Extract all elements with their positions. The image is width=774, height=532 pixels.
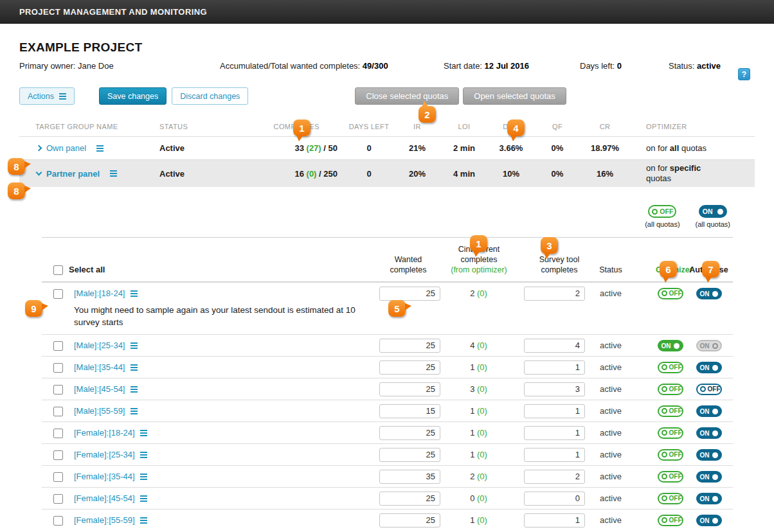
quota-name-link[interactable]: [Male]:[35-44] <box>74 362 125 372</box>
autoclose-toggle[interactable]: OFF <box>696 384 722 395</box>
row-checkbox[interactable] <box>53 289 63 299</box>
row-checkbox[interactable] <box>53 341 63 351</box>
menu-icon[interactable] <box>140 454 147 456</box>
menu-icon[interactable] <box>140 432 147 434</box>
quota-name-link[interactable]: [Male]:[18-24] <box>74 288 125 298</box>
all-quotas-off-toggle[interactable]: OFF <box>648 205 676 218</box>
wanted-completes-input[interactable] <box>379 382 440 396</box>
quota-name-link[interactable]: [Male]:[55-59] <box>74 406 125 416</box>
discard-changes-button[interactable]: Discard changes <box>172 87 248 105</box>
autoclose-toggle[interactable]: ON <box>696 515 722 526</box>
autoclose-toggle[interactable]: ON <box>696 471 722 483</box>
quota-name-link[interactable]: [Female]:[45-54] <box>74 493 135 503</box>
callout-completes-column: 1 <box>293 120 310 136</box>
autoclose-toggle[interactable]: ON <box>696 449 722 461</box>
menu-icon[interactable] <box>130 345 138 346</box>
chevron-right-icon[interactable] <box>36 145 42 152</box>
panel-loi: 2 min <box>440 143 488 153</box>
quota-row: [Male]:[25-34] 4 (0) active ON <box>42 334 733 356</box>
row-checkbox[interactable] <box>53 450 63 460</box>
survey-completes-input[interactable] <box>524 492 585 506</box>
optimizer-toggle[interactable]: OFF <box>658 515 683 526</box>
row-checkbox[interactable] <box>53 494 63 504</box>
survey-completes-input[interactable] <box>524 513 585 528</box>
panel-row-partner: Partner panel Active 16 (0) / 250 0 20% … <box>19 159 755 187</box>
column-header-qf: QF <box>534 123 580 130</box>
quota-name-link[interactable]: [Female]:[18-24] <box>74 428 135 438</box>
row-checkbox[interactable] <box>53 429 63 438</box>
survey-completes-input[interactable] <box>524 426 585 440</box>
optimizer-toggle[interactable]: OFF <box>658 449 683 461</box>
menu-icon[interactable] <box>140 476 147 477</box>
menu-icon[interactable] <box>130 367 138 368</box>
actions-button[interactable]: Actions <box>19 87 75 105</box>
wanted-completes-input[interactable] <box>379 287 440 301</box>
optimizer-toggle[interactable]: OFF <box>658 405 683 417</box>
wanted-completes-input[interactable] <box>379 492 440 506</box>
survey-completes-input[interactable] <box>524 287 585 301</box>
autoclose-toggle[interactable]: ON <box>696 362 722 373</box>
row-checkbox[interactable] <box>53 385 63 395</box>
open-selected-quotas-button[interactable]: Open selected quotas <box>463 87 566 105</box>
menu-icon[interactable] <box>130 389 138 390</box>
wanted-completes-input[interactable] <box>379 404 440 418</box>
menu-icon[interactable] <box>130 411 138 412</box>
autoclose-toggle[interactable]: ON <box>696 340 722 351</box>
quota-name-link[interactable]: [Female]:[35-44] <box>74 472 135 481</box>
save-changes-button[interactable]: Save changes <box>99 87 166 105</box>
cint-completes-value: 1 (0) <box>440 450 501 459</box>
survey-completes-input[interactable] <box>524 360 585 375</box>
column-header-loi: LOI <box>440 123 488 130</box>
optimizer-toggle[interactable]: ON <box>658 340 683 351</box>
quota-name-link[interactable]: [Male]:[25-34] <box>74 341 125 350</box>
optimizer-toggle[interactable]: OFF <box>658 384 683 395</box>
row-checkbox[interactable] <box>53 472 63 482</box>
wanted-completes-input[interactable] <box>379 360 440 375</box>
wanted-completes-input[interactable] <box>379 513 440 528</box>
quota-row: [Female]:[55-59] 1 (0) active OFF <box>42 509 733 531</box>
callout-autoclose-column: 7 <box>702 261 719 278</box>
row-checkbox[interactable] <box>53 516 63 526</box>
quota-name-link[interactable]: [Male]:[45-54] <box>74 384 125 394</box>
autoclose-toggle[interactable]: ON <box>696 427 722 439</box>
row-checkbox[interactable] <box>53 407 63 416</box>
optimizer-toggle[interactable]: OFF <box>658 471 683 483</box>
panel-name-link[interactable]: Partner panel <box>46 169 100 179</box>
survey-completes-input[interactable] <box>524 382 585 396</box>
help-button[interactable]: ? <box>738 68 750 80</box>
optimizer-toggle[interactable]: OFF <box>658 288 683 299</box>
wanted-completes-input[interactable] <box>379 448 440 462</box>
wanted-completes-input[interactable] <box>379 339 440 353</box>
menu-icon[interactable] <box>110 173 117 174</box>
quota-row: [Male]:[35-44] 1 (0) active OFF <box>42 356 733 378</box>
cint-completes-value: 1 (0) <box>440 428 501 438</box>
autoclose-toggle[interactable]: ON <box>696 288 722 299</box>
panel-name-link[interactable]: Own panel <box>46 143 86 153</box>
optimizer-toggle[interactable]: OFF <box>658 493 683 504</box>
panel-status: Active <box>159 169 231 179</box>
row-checkbox[interactable] <box>53 363 63 373</box>
survey-completes-input[interactable] <box>524 470 585 484</box>
quota-name-link[interactable]: [Female]:[25-34] <box>74 450 135 459</box>
menu-icon[interactable] <box>140 520 147 521</box>
quota-name-link[interactable]: [Female]:[55-59] <box>74 515 135 525</box>
optimizer-toggle[interactable]: OFF <box>658 362 683 373</box>
menu-icon[interactable] <box>140 498 147 499</box>
optimizer-toggle[interactable]: OFF <box>658 427 683 439</box>
chevron-down-icon[interactable] <box>36 170 42 176</box>
survey-completes-input[interactable] <box>524 339 585 353</box>
wanted-completes-input[interactable] <box>379 470 440 484</box>
close-selected-quotas-button[interactable]: Close selected quotas <box>355 87 459 105</box>
autoclose-toggle[interactable]: ON <box>696 405 722 417</box>
toggle-knob <box>700 386 706 392</box>
select-all-checkbox[interactable] <box>53 265 63 275</box>
quota-row: [Female]:[35-44] 2 (0) active OFF <box>42 465 733 487</box>
menu-icon[interactable] <box>130 293 138 294</box>
autoclose-toggle[interactable]: ON <box>696 493 722 504</box>
column-header-cr: CR <box>580 123 629 130</box>
survey-completes-input[interactable] <box>524 448 585 462</box>
survey-completes-input[interactable] <box>524 404 585 418</box>
menu-icon[interactable] <box>96 148 104 149</box>
wanted-completes-input[interactable] <box>379 426 440 440</box>
all-quotas-on-toggle[interactable]: ON <box>699 205 727 218</box>
